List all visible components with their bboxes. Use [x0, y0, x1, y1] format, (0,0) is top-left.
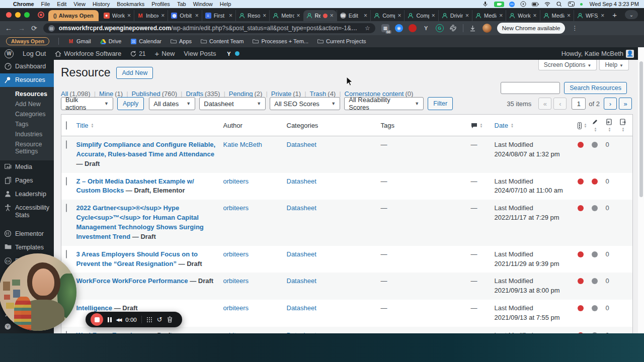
spotlight-search-icon[interactable]: [556, 2, 563, 7]
tab-close-icon[interactable]: ×: [397, 12, 401, 19]
view-posts-link[interactable]: View Posts: [179, 47, 220, 60]
tab-close-icon[interactable]: ×: [195, 12, 199, 19]
browser-tab[interactable]: Comp ×: [370, 10, 404, 21]
restart-recording-button[interactable]: ↺: [157, 316, 163, 323]
sidebar-subitem-tags[interactable]: Tags: [0, 119, 54, 129]
menubar-item-window[interactable]: Window: [193, 1, 213, 7]
bookmark-content-team[interactable]: Content Team: [201, 38, 244, 44]
rewind-button[interactable]: ◀◀: [116, 317, 121, 322]
menubar-item-bookmarks[interactable]: Bookmarks: [117, 1, 144, 7]
grammarly-extension-icon[interactable]: G: [436, 24, 444, 32]
dates-filter-select[interactable]: All dates▼: [149, 97, 195, 110]
category-link[interactable]: Datasheet: [287, 177, 316, 185]
menubar-item-tab[interactable]: Tab: [177, 1, 186, 7]
tab-counter-extension-icon[interactable]: ▦68: [381, 24, 389, 32]
browser-tab[interactable]: ≡ First ×: [202, 10, 235, 21]
sidebar-item-elementor[interactable]: Elementor: [0, 227, 54, 241]
minimize-window-button[interactable]: [15, 12, 21, 18]
view-filter-published[interactable]: Published: [132, 90, 160, 98]
sidebar-item-pages[interactable]: Pages: [0, 174, 54, 188]
last-page-button[interactable]: »: [619, 98, 632, 110]
bookmark-gmail[interactable]: MGmail: [68, 38, 91, 44]
play-circle-icon[interactable]: [520, 2, 527, 7]
filter-button[interactable]: Filter: [428, 97, 453, 110]
row-checkbox[interactable]: [66, 204, 67, 212]
zoom-extension-icon[interactable]: ◉: [395, 24, 403, 32]
browser-tab[interactable]: ◍ Orbit ×: [168, 10, 201, 21]
bookmark-star-icon[interactable]: ☆: [365, 25, 370, 32]
sidebar-subitem-categories[interactable]: Categories: [0, 109, 54, 119]
screen-options-button[interactable]: Screen Options▼: [538, 60, 597, 70]
view-filter-drafts[interactable]: Drafts: [186, 90, 203, 98]
account-menu[interactable]: Howdy, Katie McBeth👤: [557, 47, 638, 60]
stop-recording-button[interactable]: [91, 313, 103, 326]
chrome-menu-icon[interactable]: ⋮: [572, 25, 578, 32]
new-tab-button[interactable]: +: [607, 11, 622, 19]
wifi-icon[interactable]: [544, 2, 551, 7]
search-input[interactable]: [501, 82, 560, 94]
active-app-name[interactable]: Chrome: [13, 1, 34, 7]
close-window-button[interactable]: [6, 12, 12, 18]
select-all-checkbox[interactable]: [66, 121, 67, 130]
bookmark-drive[interactable]: Drive: [100, 38, 122, 44]
tab-close-icon[interactable]: ×: [567, 12, 571, 19]
current-page[interactable]: 1: [572, 98, 586, 110]
sidebar-item-leadership[interactable]: Leadership: [0, 188, 54, 201]
category-link[interactable]: Datasheet: [287, 304, 316, 312]
view-filter-pending[interactable]: Pending: [229, 90, 253, 98]
camera-active-icon[interactable]: [494, 2, 504, 7]
browser-tab[interactable]: W Edit ×: [337, 10, 370, 21]
menubar-item-profiles[interactable]: Profiles: [151, 1, 170, 7]
menubar-item-edit[interactable]: Edit: [57, 1, 66, 7]
column-header-outgoing-links[interactable]: ▲▼: [619, 115, 633, 136]
wordpress-logo-icon[interactable]: W: [5, 49, 14, 58]
bookmark-always-open[interactable]: Always Open: [6, 37, 49, 45]
zoom-menubar-icon[interactable]: zm: [509, 2, 515, 7]
chrome-update-button[interactable]: New Chrome available: [497, 23, 566, 34]
tab-close-icon[interactable]: ×: [533, 12, 537, 19]
add-new-button[interactable]: Add New: [116, 67, 153, 79]
search-resources-button[interactable]: Search Resources: [564, 82, 627, 94]
tab-close-icon[interactable]: ×: [465, 12, 469, 19]
updates-link[interactable]: 21: [126, 47, 150, 60]
window-controls[interactable]: [6, 12, 30, 18]
tab-close-icon[interactable]: ×: [161, 12, 165, 19]
extensions-puzzle-icon[interactable]: [449, 24, 457, 32]
view-filter-mine[interactable]: Mine: [99, 90, 113, 98]
author-link[interactable]: Katie McBeth: [223, 141, 262, 148]
site-name-link[interactable]: Workforce Software: [50, 47, 126, 60]
sidebar-item-resources[interactable]: Resources: [0, 73, 54, 87]
microphone-icon[interactable]: [482, 2, 489, 7]
apply-button[interactable]: Apply: [117, 97, 144, 110]
browser-tab[interactable]: Media ×: [540, 10, 574, 21]
post-title-link[interactable]: WorkForce WorkForce Performance: [76, 277, 188, 285]
browser-tab[interactable]: Media ×: [472, 10, 506, 21]
tab-close-icon[interactable]: ×: [364, 12, 367, 19]
sidebar-subitem-industries[interactable]: Industries: [0, 129, 54, 139]
delete-recording-button[interactable]: [167, 316, 173, 323]
bookmark-current-projects[interactable]: Current Projects: [317, 38, 366, 44]
pinned-tab-always-open[interactable]: ()Always Open: [48, 10, 99, 21]
category-link[interactable]: Datasheet: [287, 141, 316, 148]
column-header-title[interactable]: Title▲▼: [76, 115, 223, 136]
author-link[interactable]: orbiteers: [223, 177, 249, 185]
next-page-button[interactable]: ›: [604, 98, 617, 110]
menubar-clock[interactable]: Wed Sep 4 3:23 PM: [590, 1, 639, 7]
tab-close-icon[interactable]: ×: [297, 12, 300, 19]
column-header-internal-links[interactable]: ▲▼: [606, 115, 619, 136]
author-link[interactable]: orbiteers: [223, 204, 249, 212]
control-center-icon[interactable]: [568, 2, 575, 7]
sidebar-subitem-add-new[interactable]: Add New: [0, 99, 54, 109]
yoast-adminbar-item[interactable]: Y: [220, 47, 244, 60]
back-button[interactable]: ←: [5, 24, 12, 32]
menubar-item-file[interactable]: File: [41, 1, 50, 7]
view-filter-trash[interactable]: Trash: [310, 90, 327, 98]
category-link[interactable]: Datasheet: [287, 204, 316, 212]
help-button[interactable]: Help▼: [599, 60, 629, 70]
fullscreen-window-button[interactable]: [24, 12, 30, 18]
tab-close-icon[interactable]: ×: [229, 12, 232, 19]
bulk-actions-select[interactable]: Bulk actions▼: [61, 97, 113, 110]
sidebar-subitem-resources[interactable]: Resources: [0, 89, 54, 99]
menubar-item-view[interactable]: View: [73, 1, 86, 7]
readability-filter-select[interactable]: All Readability Scores▼: [344, 97, 424, 110]
